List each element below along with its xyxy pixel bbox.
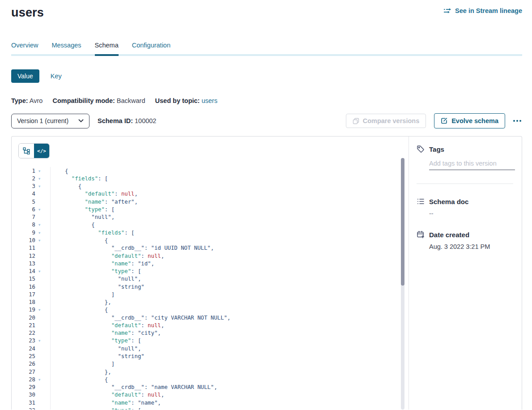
code-line: 6▾ "type": [ [18,205,409,213]
code-line: 28▾ { [18,376,409,383]
code-line-text: "__crdb__": "id UUID NOT NULL", [51,245,214,251]
tags-header: Tags [417,145,515,153]
line-number: 19 [18,307,35,313]
tag-icon [417,145,425,153]
fold-toggle-icon [35,399,51,406]
fold-toggle-icon[interactable]: ▾ [35,221,51,229]
schema-id-value: 100002 [135,117,156,124]
code-view-icon: </> [37,148,46,154]
scrollbar-thumb[interactable] [401,158,404,286]
see-in-stream-lineage-link[interactable]: See in Stream lineage [443,7,522,14]
fold-toggle-icon[interactable]: ▾ [35,183,51,190]
code-line: 18 }, [18,299,409,306]
stream-lineage-icon [443,8,452,14]
code-line: 16 "string" [18,283,409,290]
code-line-text: "default": null, [51,253,164,259]
tab-configuration[interactable]: Configuration [132,41,170,56]
code-line: 24 "null", [18,345,409,352]
evolve-schema-button[interactable]: Evolve schema [434,113,505,128]
code-line-text: "type": [ [51,337,141,344]
fold-toggle-icon[interactable]: ▾ [35,406,51,410]
schema-toolbar: Version 1 (current) Schema ID: 100002 Co… [11,113,522,128]
line-number: 6 [18,206,35,213]
fold-toggle-icon[interactable]: ▾ [35,167,51,175]
fold-toggle-icon [35,352,51,360]
fold-toggle-icon [35,383,51,391]
line-number: 26 [18,361,35,367]
used-by-topic-link[interactable]: users [201,97,217,104]
fold-toggle-icon[interactable]: ▾ [35,175,51,182]
tab-messages[interactable]: Messages [51,41,81,56]
code-line-text: }, [51,299,111,305]
type-label: Type: [11,97,28,104]
line-number: 9 [18,230,35,236]
code-line: 21 "default": null, [18,321,409,329]
fold-toggle-icon [35,290,51,298]
fold-toggle-icon[interactable]: ▾ [35,205,51,213]
fold-toggle-icon [35,260,51,267]
topic-tabs: Overview Messages Schema Configuration [11,41,522,56]
fold-toggle-icon[interactable]: ▾ [35,267,51,275]
code-line: 4 "default": null, [18,190,409,198]
fold-toggle-icon [35,329,51,337]
fold-toggle-icon [35,299,51,306]
code-line: 13 "name": "id", [18,260,409,267]
code-line: 14▾ "type": [ [18,267,409,275]
fold-toggle-icon[interactable]: ▾ [35,229,51,236]
tags-section: Tags [417,145,515,170]
line-number: 21 [18,322,35,329]
fold-toggle-icon [35,283,51,290]
tab-schema[interactable]: Schema [95,41,119,56]
editor-scrollbar[interactable] [401,158,404,410]
code-line-text: "default": null, [51,322,164,329]
line-number: 11 [18,245,35,251]
line-number: 8 [18,222,35,228]
code-line: 10▾ { [18,236,409,244]
fold-toggle-icon [35,314,51,321]
date-created-section: Date created Aug. 3 2022 3:21 PM [417,231,515,250]
fold-toggle-icon [35,360,51,368]
fold-toggle-icon [35,244,51,252]
compare-versions-button[interactable]: Compare versions [346,114,426,128]
code-line-text: "__crdb__": "city VARCHAR NOT NULL", [51,315,230,321]
tree-view-button[interactable] [19,144,34,158]
line-number: 24 [18,346,35,352]
compare-versions-label: Compare versions [363,117,420,124]
more-options-button[interactable] [512,117,522,124]
schema-doc-value: -- [429,210,515,217]
schema-detail-card: </> 1▾{2▾ "fields": [3▾ {4 "default": nu… [11,136,522,410]
fold-toggle-icon [35,368,51,376]
line-number: 15 [18,276,35,282]
compatibility-value: Backward [117,97,145,104]
code-line-text: { [51,168,68,174]
line-number: 25 [18,353,35,359]
code-line: 1▾{ [18,167,409,175]
schema-info-sidebar: Tags [409,137,522,410]
schema-page: users See in Stream lineage Overview Mes… [0,0,532,410]
code-line-text: "null", [51,346,141,352]
fold-toggle-icon[interactable]: ▾ [35,376,51,383]
edit-schema-icon [441,117,448,124]
fold-toggle-icon[interactable]: ▾ [35,236,51,244]
code-view-button[interactable]: </> [34,144,49,158]
fold-toggle-icon[interactable]: ▾ [35,337,51,345]
code-line-text: "default": null, [51,191,138,197]
tab-overview[interactable]: Overview [11,41,38,56]
value-toggle-button[interactable]: Value [11,69,39,83]
line-number: 31 [18,400,35,406]
code-line: 23▾ "type": [ [18,337,409,345]
line-number: 3 [18,183,35,189]
line-number: 20 [18,315,35,321]
fold-toggle-icon[interactable]: ▾ [35,306,51,314]
code-line-text: { [51,183,81,189]
key-toggle-link[interactable]: Key [51,73,62,80]
code-line-text: "string" [51,284,145,290]
code-line: 11 "__crdb__": "id UUID NOT NULL", [18,244,409,252]
code-line-text: { [51,307,108,313]
version-select[interactable]: Version 1 (current) [11,114,89,128]
line-number: 12 [18,253,35,259]
compare-icon [353,118,359,124]
code-line-text: "name": "city", [51,330,161,336]
add-tags-input[interactable] [429,159,515,170]
code-line-text: { [51,222,95,228]
